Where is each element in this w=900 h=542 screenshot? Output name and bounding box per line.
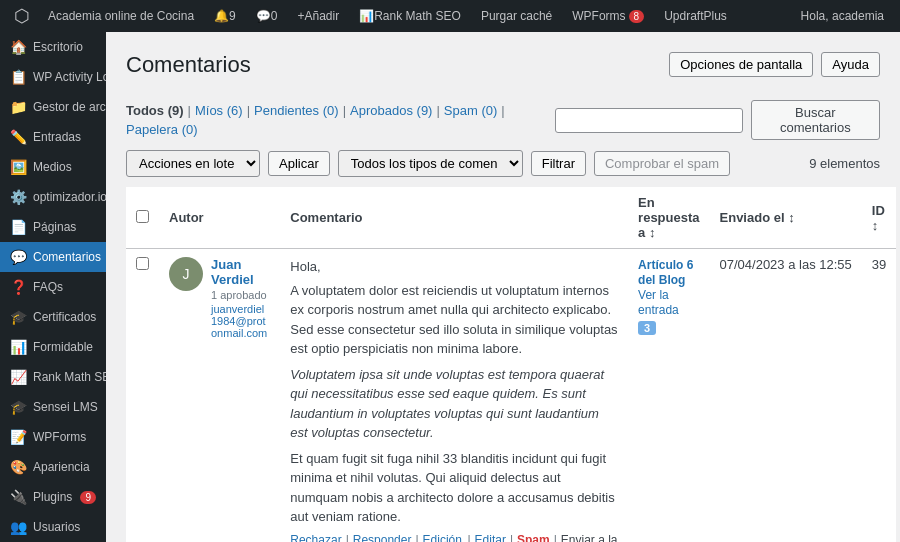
pages-icon: 📄	[10, 219, 27, 235]
apply-button[interactable]: Aplicar	[268, 151, 330, 176]
filter-links: Todos (9) | Míos (6) | Pendientes (0) | …	[126, 103, 555, 137]
rankmath-seo-bar[interactable]: 📊 Rank Math SEO	[351, 0, 469, 32]
screen-options-button[interactable]: Opciones de pantalla	[669, 52, 813, 77]
search-input[interactable]	[555, 108, 743, 133]
faqs-icon: ❓	[10, 279, 27, 295]
filter-bar: Todos (9) | Míos (6) | Pendientes (0) | …	[126, 100, 880, 140]
col-header-author: Autor	[159, 187, 280, 249]
sidebar-item-usuarios[interactable]: 👥 Usuarios	[0, 512, 106, 542]
sidebar-item-comentarios[interactable]: 💬 Comentarios	[0, 242, 106, 272]
row-checkbox[interactable]	[136, 257, 149, 270]
sidebar-item-activity-log[interactable]: 📋 WP Activity Log	[0, 62, 106, 92]
col-header-id: ID ↕	[862, 187, 896, 249]
author-cell: J Juan Verdiel 1 aprobado juanverdiel198…	[169, 257, 270, 339]
action-editar[interactable]: Editar	[475, 533, 506, 543]
filter-pending[interactable]: Pendientes (0)	[254, 103, 339, 118]
action-spam[interactable]: Spam	[517, 533, 550, 543]
sidebar-item-rankmath[interactable]: 📈 Rank Math SEO	[0, 362, 106, 392]
action-rechazar[interactable]: Rechazar	[290, 533, 341, 543]
appearance-icon: 🎨	[10, 459, 27, 475]
notifications-count[interactable]: 🔔 9	[206, 0, 244, 32]
col-header-reply: En respuesta a ↕	[628, 187, 709, 249]
sidebar-item-faqs[interactable]: ❓ FAQs	[0, 272, 106, 302]
sidebar-item-wpforms[interactable]: 📝 WPForms	[0, 422, 106, 452]
author-email[interactable]: juanverdiel1984@protonmail.com	[211, 303, 270, 339]
posts-icon: ✏️	[10, 129, 27, 145]
certificates-icon: 🎓	[10, 309, 27, 325]
add-new-button[interactable]: + Añadir	[289, 0, 347, 32]
comment-text: Hola, A voluptatem dolor est reiciendis …	[290, 257, 618, 527]
sensei-icon: 🎓	[10, 399, 27, 415]
filter-spam[interactable]: Spam (0)	[444, 103, 498, 118]
id-cell: 39	[862, 249, 896, 543]
col-header-date: Enviado el ↕	[710, 187, 862, 249]
filter-approved[interactable]: Aprobados (9)	[350, 103, 432, 118]
check-spam-button[interactable]: Comprobar el spam	[594, 151, 730, 176]
sidebar-item-medios[interactable]: 🖼️ Medios	[0, 152, 106, 182]
sidebar-item-file-manager[interactable]: 📁 Gestor de archivos	[0, 92, 106, 122]
sidebar: 🏠 Escritorio 📋 WP Activity Log 📁 Gestor …	[0, 32, 106, 542]
updraftplus-bar[interactable]: UpdraftPlus	[656, 0, 735, 32]
comments-icon: 💬	[10, 249, 27, 265]
page-title: Comentarios	[126, 52, 251, 78]
avatar: J	[169, 257, 203, 291]
site-name[interactable]: Academia online de Cocina	[40, 0, 202, 32]
element-count: 9 elementos	[809, 156, 880, 171]
admin-bar: ⬡ Academia online de Cocina 🔔 9 💬 0 + Añ…	[0, 0, 900, 32]
wpforms-icon: 📝	[10, 429, 27, 445]
sidebar-item-plugins[interactable]: 🔌 Plugins 9	[0, 482, 106, 512]
optimizer-icon: ⚙️	[10, 189, 27, 205]
users-icon: 👥	[10, 519, 27, 535]
user-greeting[interactable]: Hola, academia	[793, 0, 892, 32]
sort-author[interactable]: Autor	[169, 210, 204, 225]
search-bar: Buscar comentarios	[555, 100, 880, 140]
wpforms-bar[interactable]: WPForms 8	[564, 0, 652, 32]
action-responder[interactable]: Responder	[353, 533, 412, 543]
comments-count[interactable]: 💬 0	[248, 0, 286, 32]
sidebar-item-certificados[interactable]: 🎓 Certificados	[0, 302, 106, 332]
date-cell: 07/04/2023 a las 12:55	[710, 249, 862, 543]
sidebar-item-paginas[interactable]: 📄 Páginas	[0, 212, 106, 242]
type-select[interactable]: Todos los tipos de comen	[338, 150, 523, 177]
author-name[interactable]: Juan Verdiel	[211, 257, 270, 287]
sidebar-item-entradas[interactable]: ✏️ Entradas	[0, 122, 106, 152]
table-row: J Juan Verdiel 1 aprobado juanverdiel198…	[126, 249, 896, 543]
action-edicion-rapida[interactable]: Edición rápida	[423, 533, 464, 543]
comments-table: Autor Comentario En respuesta a ↕ Enviad…	[126, 187, 896, 542]
filter-all[interactable]: Todos (9)	[126, 103, 184, 118]
sidebar-item-sensei[interactable]: 🎓 Sensei LMS	[0, 392, 106, 422]
select-all-checkbox[interactable]	[136, 210, 149, 223]
bulk-actions-bar: Acciones en lote Aplicar Todos los tipos…	[126, 150, 880, 177]
reply-badge: 3	[638, 321, 656, 335]
main-content: Comentarios Opciones de pantalla Ayuda T…	[106, 32, 900, 542]
reply-cell: Artículo 6 del Blog Ver la entrada 3	[628, 249, 709, 543]
media-icon: 🖼️	[10, 159, 27, 175]
col-header-comment: Comentario	[280, 187, 628, 249]
action-trash[interactable]: Enviar a la papelera	[561, 533, 618, 543]
author-approved: 1 aprobado	[211, 289, 270, 301]
rankmath-icon: 📈	[10, 369, 27, 385]
filter-trash[interactable]: Papelera (0)	[126, 122, 198, 137]
purge-cache-bar[interactable]: Purgar caché	[473, 0, 560, 32]
reply-view[interactable]: Ver la entrada	[638, 288, 679, 317]
formidable-icon: 📊	[10, 339, 27, 355]
bulk-actions-select[interactable]: Acciones en lote	[126, 150, 260, 177]
wp-logo-icon[interactable]: ⬡	[8, 5, 36, 27]
sidebar-item-formidable[interactable]: 📊 Formidable	[0, 332, 106, 362]
reply-article[interactable]: Artículo 6 del Blog	[638, 258, 693, 287]
activity-log-icon: 📋	[10, 69, 27, 85]
plugins-icon: 🔌	[10, 489, 27, 505]
sidebar-item-optimizador[interactable]: ⚙️ optimizador.io	[0, 182, 106, 212]
search-button[interactable]: Buscar comentarios	[751, 100, 880, 140]
comment-actions: Rechazar | Responder | Edición rápida | …	[290, 533, 618, 543]
sidebar-item-escritorio[interactable]: 🏠 Escritorio	[0, 32, 106, 62]
home-icon: 🏠	[10, 39, 27, 55]
help-button[interactable]: Ayuda	[821, 52, 880, 77]
filter-mine[interactable]: Míos (6)	[195, 103, 243, 118]
folder-icon: 📁	[10, 99, 27, 115]
sidebar-item-apariencia[interactable]: 🎨 Apariencia	[0, 452, 106, 482]
filter-button[interactable]: Filtrar	[531, 151, 586, 176]
